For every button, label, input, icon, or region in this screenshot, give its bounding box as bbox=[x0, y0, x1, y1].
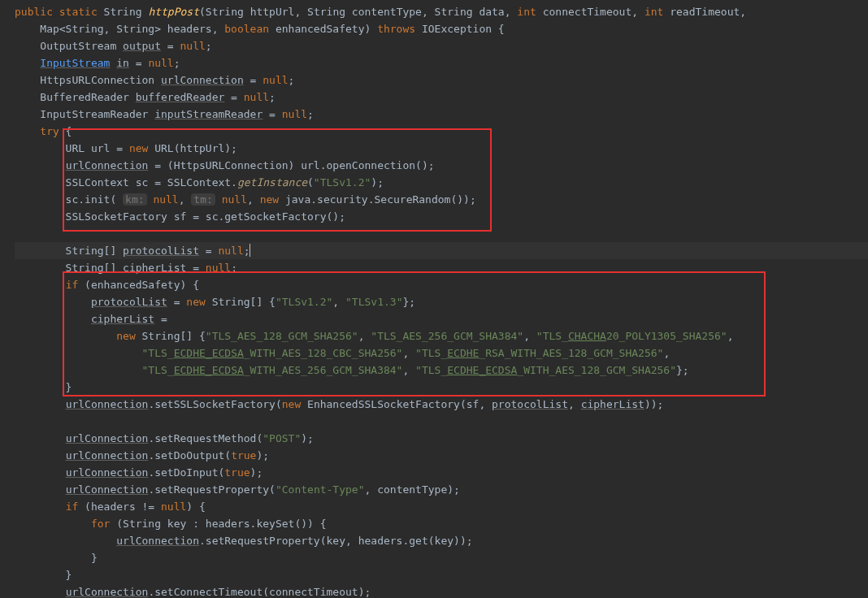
kw-static: static bbox=[59, 6, 98, 18]
code-line[interactable]: urlConnection.setRequestProperty("Conten… bbox=[15, 481, 868, 498]
code-line[interactable]: InputStreamReader inputStreamReader = nu… bbox=[15, 106, 868, 123]
code-editor[interactable]: public static String httpPost(String htt… bbox=[0, 0, 868, 598]
code-line[interactable]: urlConnection.setDoOutput(true); bbox=[15, 447, 868, 464]
code-line[interactable]: cipherList = bbox=[15, 310, 868, 327]
code-line[interactable]: Map<String, String> headers, boolean enh… bbox=[15, 20, 868, 37]
empty-line[interactable] bbox=[15, 225, 868, 242]
code-line[interactable]: URL url = new URL(httpUrl); bbox=[15, 140, 868, 157]
code-line[interactable]: if (headers != null) { bbox=[15, 498, 868, 515]
fn-httpPost: httpPost bbox=[148, 6, 199, 18]
code-line[interactable]: HttpsURLConnection urlConnection = null; bbox=[15, 72, 868, 89]
code-line[interactable]: protocolList = new String[] {"TLSv1.2", … bbox=[15, 293, 868, 310]
code-line-cursor[interactable]: String[] protocolList = null; bbox=[15, 242, 868, 259]
code-line[interactable]: urlConnection.setRequestProperty(key, he… bbox=[15, 532, 868, 549]
code-line[interactable]: try { bbox=[15, 123, 868, 140]
code-line[interactable]: sc.init( km: null, tm: null, new java.se… bbox=[15, 191, 868, 208]
code-line[interactable]: urlConnection = (HttpsURLConnection) url… bbox=[15, 157, 868, 174]
code-line[interactable]: } bbox=[15, 549, 868, 566]
code-line[interactable]: String[] cipherList = null; bbox=[15, 259, 868, 276]
text-cursor bbox=[250, 244, 250, 257]
code-line[interactable]: urlConnection.setConnectTimeout(connectT… bbox=[15, 583, 868, 598]
code-line[interactable]: new String[] {"TLS_AES_128_GCM_SHA256", … bbox=[15, 327, 868, 344]
empty-line[interactable] bbox=[15, 413, 868, 430]
code-line[interactable]: public static String httpPost(String htt… bbox=[15, 3, 868, 20]
code-line[interactable]: "TLS_ECDHE_ECDSA_WITH_AES_256_GCM_SHA384… bbox=[15, 362, 868, 379]
code-line[interactable]: OutputStream output = null; bbox=[15, 37, 868, 54]
code-line[interactable]: InputStream in = null; bbox=[15, 54, 868, 72]
code-line[interactable]: urlConnection.setRequestMethod("POST"); bbox=[15, 430, 868, 447]
param-hint-km: km: bbox=[123, 193, 146, 206]
code-line[interactable]: SSLSocketFactory sf = sc.getSocketFactor… bbox=[15, 208, 868, 225]
code-line[interactable]: urlConnection.setDoInput(true); bbox=[15, 464, 868, 481]
code-line[interactable]: SSLContext sc = SSLContext.getInstance("… bbox=[15, 174, 868, 191]
code-line[interactable]: BufferedReader bufferedReader = null; bbox=[15, 89, 868, 106]
code-line[interactable]: } bbox=[15, 379, 868, 396]
param-hint-tm: tm: bbox=[191, 193, 215, 206]
code-line[interactable]: "TLS_ECDHE_ECDSA_WITH_AES_128_CBC_SHA256… bbox=[15, 344, 868, 362]
kw-public: public bbox=[15, 6, 53, 18]
code-line[interactable]: if (enhancedSafety) { bbox=[15, 276, 868, 293]
code-line[interactable]: } bbox=[15, 566, 868, 583]
code-line[interactable]: for (String key : headers.keySet()) { bbox=[15, 515, 868, 532]
code-line[interactable]: urlConnection.setSSLSocketFactory(new En… bbox=[15, 396, 868, 413]
